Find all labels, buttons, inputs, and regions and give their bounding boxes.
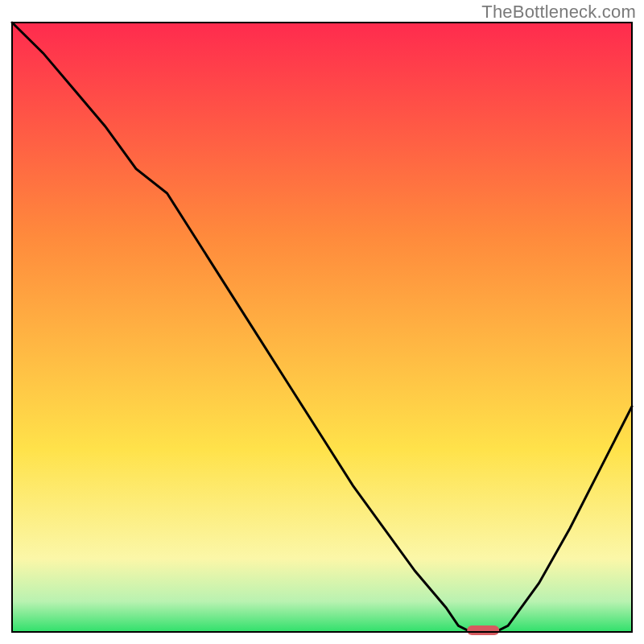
gradient-background xyxy=(12,23,632,632)
bottleneck-chart: TheBottleneck.com xyxy=(0,0,644,644)
watermark-text: TheBottleneck.com xyxy=(481,2,636,23)
optimal-marker xyxy=(467,625,499,635)
chart-svg xyxy=(0,0,644,644)
